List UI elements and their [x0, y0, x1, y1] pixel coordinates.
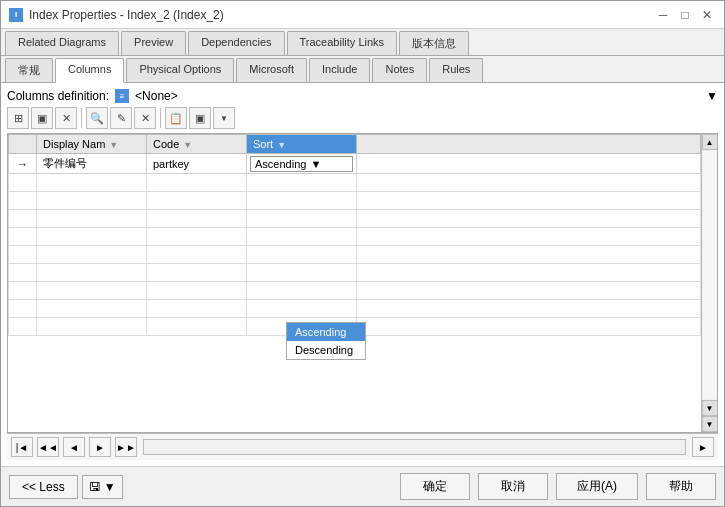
tab-microsoft[interactable]: Microsoft: [236, 58, 307, 82]
tab-preview[interactable]: Preview: [121, 31, 186, 55]
tab-rules[interactable]: Rules: [429, 58, 483, 82]
toolbar-copy-button[interactable]: ▣: [31, 107, 53, 129]
help-button[interactable]: 帮助: [646, 473, 716, 500]
toolbar-separator-2: [160, 108, 161, 128]
table-row-empty-8: [9, 300, 701, 318]
row-empty: [357, 154, 701, 174]
grid-inner: Display Nam▼ Code▼ Sort▼: [8, 134, 701, 432]
tab-dependencies[interactable]: Dependencies: [188, 31, 284, 55]
toolbar-import-button[interactable]: 📋: [165, 107, 187, 129]
nav-prev-page-button[interactable]: ◄◄: [37, 437, 59, 457]
grid-toolbar: ⊞ ▣ ✕ 🔍 ✎ ✕ 📋 ▣ ▼: [7, 107, 718, 129]
title-controls: ─ □ ✕: [654, 6, 716, 24]
table-row: → 零件编号 partkey Ascending ▼: [9, 154, 701, 174]
toolbar-list-button[interactable]: ▣: [189, 107, 211, 129]
save-icon: 🖫: [89, 480, 101, 494]
sort-option-ascending[interactable]: Ascending: [287, 323, 365, 341]
col-header-empty: [357, 135, 701, 154]
title-bar: I Index Properties - Index_2 (Index_2) ─…: [1, 1, 724, 29]
table-row-empty-4: [9, 228, 701, 246]
sort-dropdown-button[interactable]: Ascending ▼: [250, 156, 353, 172]
tab-physical-options[interactable]: Physical Options: [126, 58, 234, 82]
save-button[interactable]: 🖫 ▼: [82, 475, 123, 499]
footer-bar: << Less 🖫 ▼ 确定 取消 应用(A) 帮助: [1, 466, 724, 506]
main-window: I Index Properties - Index_2 (Index_2) ─…: [0, 0, 725, 507]
tab-related-diagrams[interactable]: Related Diagrams: [5, 31, 119, 55]
toolbar-add-button[interactable]: ⊞: [7, 107, 29, 129]
tabs-bottom-bar: 常规 Columns Physical Options Microsoft In…: [1, 56, 724, 83]
table-row-empty-1: [9, 174, 701, 192]
confirm-button[interactable]: 确定: [400, 473, 470, 500]
scroll-track[interactable]: [703, 151, 717, 399]
col-header-indicator: [9, 135, 37, 154]
toolbar-delete-button[interactable]: ✕: [55, 107, 77, 129]
col-def-value: <None>: [135, 89, 178, 103]
toolbar-clear-button[interactable]: ✕: [134, 107, 156, 129]
less-button[interactable]: << Less: [9, 475, 78, 499]
col-def-dropdown-button[interactable]: ▼: [706, 89, 718, 103]
nav-next-page-button[interactable]: ►►: [115, 437, 137, 457]
col-header-sort[interactable]: Sort▼: [247, 135, 357, 154]
columns-grid: Display Nam▼ Code▼ Sort▼: [7, 133, 718, 433]
tab-notes[interactable]: Notes: [372, 58, 427, 82]
row-code[interactable]: partkey: [147, 154, 247, 174]
nav-next-button[interactable]: ►: [89, 437, 111, 457]
grid-bottom-nav: |◄ ◄◄ ◄ ► ►► ►: [7, 433, 718, 460]
scroll-down-arrow-1[interactable]: ▼: [702, 400, 718, 416]
sort-option-descending[interactable]: Descending: [287, 341, 365, 359]
cancel-button[interactable]: 取消: [478, 473, 548, 500]
nav-first-button[interactable]: |◄: [11, 437, 33, 457]
toolbar-find-button[interactable]: 🔍: [86, 107, 108, 129]
window-title: Index Properties - Index_2 (Index_2): [29, 8, 224, 22]
tab-include[interactable]: Include: [309, 58, 370, 82]
minimize-button[interactable]: ─: [654, 6, 672, 24]
maximize-button[interactable]: □: [676, 6, 694, 24]
footer-right: 确定 取消 应用(A) 帮助: [400, 473, 716, 500]
vertical-scrollbar[interactable]: ▲ ▼ ▼: [701, 134, 717, 432]
tab-traceability-links[interactable]: Traceability Links: [287, 31, 398, 55]
sort-dropdown-arrow: ▼: [310, 158, 321, 170]
window-icon: I: [9, 8, 23, 22]
sort-dropdown-popup: Ascending Descending: [286, 322, 366, 360]
tab-columns[interactable]: Columns: [55, 58, 124, 83]
toolbar-separator-1: [81, 108, 82, 128]
tab-general[interactable]: 常规: [5, 58, 53, 82]
table-row-empty-5: [9, 246, 701, 264]
table-row-empty-3: [9, 210, 701, 228]
grid-table: Display Nam▼ Code▼ Sort▼: [8, 134, 701, 336]
row-indicator: →: [9, 154, 37, 174]
row-display-name[interactable]: 零件编号: [37, 154, 147, 174]
row-sort[interactable]: Ascending ▼: [247, 154, 357, 174]
scroll-down-arrow-2[interactable]: ▼: [702, 416, 718, 432]
col-def-icon: ≡: [115, 89, 129, 103]
footer-left: << Less 🖫 ▼: [9, 475, 123, 499]
nav-right-arrow[interactable]: ►: [692, 437, 714, 457]
tab-version-info[interactable]: 版本信息: [399, 31, 469, 55]
tabs-top-bar: Related Diagrams Preview Dependencies Tr…: [1, 29, 724, 56]
col-def-label: Columns definition:: [7, 89, 109, 103]
sort-value: Ascending: [255, 158, 306, 170]
close-button[interactable]: ✕: [698, 6, 716, 24]
nav-prev-button[interactable]: ◄: [63, 437, 85, 457]
col-header-display-name[interactable]: Display Nam▼: [37, 135, 147, 154]
toolbar-edit-button[interactable]: ✎: [110, 107, 132, 129]
save-dropdown-icon: ▼: [104, 480, 116, 494]
table-row-empty-2: [9, 192, 701, 210]
horizontal-scrollbar[interactable]: [143, 439, 686, 455]
scroll-up-arrow[interactable]: ▲: [702, 134, 718, 150]
col-header-code[interactable]: Code▼: [147, 135, 247, 154]
content-area: Columns definition: ≡ <None> ▼ ⊞ ▣ ✕ 🔍 ✎…: [1, 83, 724, 466]
table-row-empty-6: [9, 264, 701, 282]
apply-button[interactable]: 应用(A): [556, 473, 638, 500]
table-row-empty-7: [9, 282, 701, 300]
toolbar-more-button[interactable]: ▼: [213, 107, 235, 129]
